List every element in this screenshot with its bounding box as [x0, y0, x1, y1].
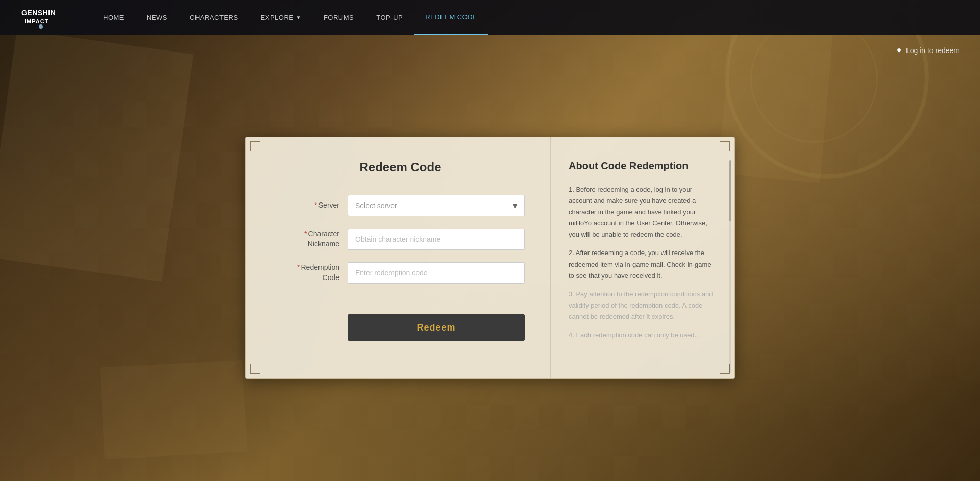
nav-forums[interactable]: FORUMS [312, 0, 365, 35]
redemption-code-input[interactable] [348, 262, 525, 284]
scrollbar[interactable] [729, 160, 731, 373]
nickname-row: *CharacterNickname [276, 229, 525, 250]
svg-text:IMPACT: IMPACT [24, 18, 48, 24]
redeem-form-title: Redeem Code [276, 160, 525, 174]
server-select-wrapper: Select server Asia America Europe TW/HK/… [348, 195, 525, 216]
server-label: *Server [276, 200, 348, 211]
about-point-2: 2. After redeeming a code, you will rece… [569, 247, 717, 281]
nickname-input-wrapper [348, 229, 525, 250]
corner-bottom-left [250, 364, 260, 374]
server-select[interactable]: Select server Asia America Europe TW/HK/… [348, 195, 525, 216]
about-panel: About Code Redemption 1. Before redeemin… [551, 137, 734, 378]
nav-news[interactable]: NEWS [135, 0, 179, 35]
login-redeem-button[interactable]: ✦ Log in to redeem [895, 45, 960, 56]
nav-explore[interactable]: EXPLORE ▼ [250, 0, 312, 35]
scroll-thumb[interactable] [729, 160, 731, 221]
nickname-input[interactable] [348, 229, 525, 250]
logo[interactable]: GENSHIN IMPACT [20, 4, 61, 31]
server-row: *Server Select server Asia America Europ… [276, 195, 525, 216]
redemption-code-input-wrapper [348, 262, 525, 284]
about-title: About Code Redemption [569, 160, 717, 172]
redemption-code-row: *RedemptionCode [276, 262, 525, 284]
corner-top-left [250, 141, 260, 151]
about-point-3: 3. Pay attention to the redemption condi… [569, 289, 717, 322]
server-required-star: * [314, 201, 317, 209]
logo-icon: GENSHIN IMPACT [20, 4, 61, 31]
nickname-required-star: * [304, 230, 307, 238]
nav-home[interactable]: HOME [92, 0, 135, 35]
nav-links: HOME NEWS CHARACTERS EXPLORE ▼ FORUMS TO… [92, 0, 960, 35]
explore-chevron-icon: ▼ [296, 15, 301, 20]
navbar: GENSHIN IMPACT HOME NEWS CHARACTERS EXPL… [0, 0, 980, 35]
redeem-card: Redeem Code *Server Select server Asia A… [245, 137, 735, 379]
page-content: ✦ Log in to redeem Redeem Code *Server S… [0, 35, 980, 481]
login-star-icon: ✦ [895, 45, 903, 56]
redeem-form-panel: Redeem Code *Server Select server Asia A… [246, 137, 551, 378]
nav-redeem-code[interactable]: REDEEM CODE [414, 0, 488, 35]
redeem-button-wrapper: Redeem [348, 296, 525, 341]
about-text: 1. Before redeeming a code, log in to yo… [569, 184, 717, 341]
nickname-label: *CharacterNickname [276, 229, 348, 249]
redemption-code-label: *RedemptionCode [276, 263, 348, 283]
nav-characters[interactable]: CHARACTERS [179, 0, 250, 35]
about-point-1: 1. Before redeeming a code, log in to yo… [569, 184, 717, 240]
redeem-button[interactable]: Redeem [348, 314, 525, 341]
svg-point-2 [39, 24, 43, 29]
code-required-star: * [297, 263, 300, 271]
about-point-4: 4. Each redemption code can only be used… [569, 330, 717, 341]
nav-top-up[interactable]: TOP-UP [365, 0, 414, 35]
redeem-button-row: Redeem [348, 296, 525, 341]
login-redeem-label: Log in to redeem [906, 46, 960, 55]
svg-text:GENSHIN: GENSHIN [21, 9, 56, 17]
